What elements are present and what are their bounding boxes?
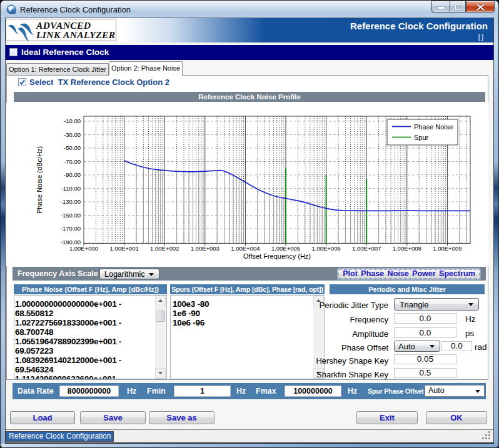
svg-text:1.00E+003: 1.00E+003 [191, 245, 219, 252]
svg-text:-50.00: -50.00 [64, 144, 81, 151]
svg-text:-70.00: -70.00 [64, 158, 81, 165]
svg-text:-90.00: -90.00 [64, 171, 81, 178]
svg-text:-30.00: -30.00 [64, 131, 81, 138]
svg-text:Spur: Spur [414, 134, 429, 141]
svg-text:-10.00: -10.00 [64, 117, 81, 124]
svg-text:-130.00: -130.00 [61, 198, 81, 205]
svg-text:Phase Noise (dBc/Hz): Phase Noise (dBc/Hz) [36, 146, 43, 214]
svg-text:1.00E+004: 1.00E+004 [231, 245, 260, 252]
svg-text:1.00E+005: 1.00E+005 [271, 245, 300, 252]
svg-text:-110.00: -110.00 [61, 185, 81, 192]
svg-text:-170.00: -170.00 [61, 225, 81, 232]
svg-text:1.00E+008: 1.00E+008 [393, 245, 421, 252]
svg-text:1.00E+006: 1.00E+006 [311, 245, 340, 252]
svg-text:1.00E+007: 1.00E+007 [352, 245, 381, 252]
svg-text:-150.00: -150.00 [61, 212, 81, 219]
svg-text:1.00E+002: 1.00E+002 [150, 245, 179, 252]
svg-text:Phase Noise: Phase Noise [414, 123, 453, 131]
svg-text:1.00E+000: 1.00E+000 [69, 245, 98, 252]
svg-text:1.00E+001: 1.00E+001 [109, 245, 138, 252]
svg-text:Offset Frequency (Hz): Offset Frequency (Hz) [243, 252, 311, 260]
svg-text:1.00E+009: 1.00E+009 [433, 245, 461, 252]
